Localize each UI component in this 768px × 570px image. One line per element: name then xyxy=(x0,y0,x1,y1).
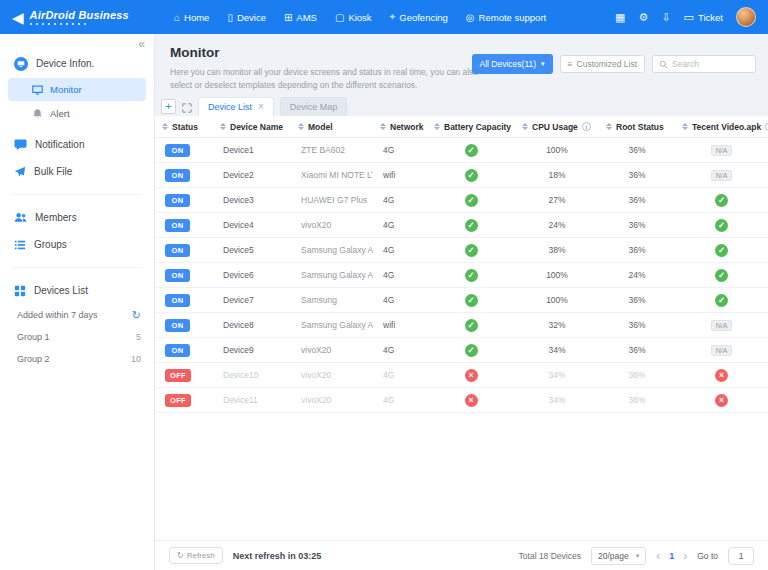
column-header-model[interactable]: Model xyxy=(291,122,373,132)
sort-icon[interactable] xyxy=(220,123,226,130)
battery-cell: ✓ xyxy=(427,169,515,182)
sort-icon[interactable] xyxy=(606,123,612,130)
device-name: Device9 xyxy=(213,345,291,355)
app-window: ◀ AirDroid Business ⌂Home ▯Device ⊞AMS ▢… xyxy=(0,0,768,570)
device-model: vivoX20 xyxy=(291,220,373,230)
all-devices-dropdown[interactable]: All Devices(11) ▾ xyxy=(472,54,553,74)
refresh-groups-icon[interactable]: ↻ xyxy=(132,309,141,322)
info-icon[interactable]: i xyxy=(582,122,591,131)
column-header-battery[interactable]: Battery Capacity xyxy=(427,122,515,132)
table-row[interactable]: ON Device7 Samsung 4G ✓ 100% 36% ✓ xyxy=(155,288,768,313)
column-header-status[interactable]: Status xyxy=(155,122,213,132)
sidebar-item-alert[interactable]: Alert xyxy=(8,102,146,125)
sidebar-item-members[interactable]: Members xyxy=(0,204,154,231)
sidebar-item-group-2[interactable]: Group 2 10 xyxy=(0,348,154,370)
collapse-sidebar-button[interactable]: « xyxy=(138,37,145,51)
sort-icon[interactable] xyxy=(162,123,168,130)
status-badge: OFF xyxy=(165,394,191,407)
next-refresh-countdown: Next refresh in 03:25 xyxy=(233,551,322,561)
sort-icon[interactable] xyxy=(380,123,386,130)
sidebar-item-bulk-file[interactable]: Bulk File xyxy=(0,158,154,185)
table-row[interactable]: ON Device5 Samsung Galaxy A8 4G ✓ 38% 36… xyxy=(155,238,768,263)
column-header-cpu[interactable]: CPU Usagei xyxy=(515,122,599,132)
sort-icon[interactable] xyxy=(522,123,528,130)
tab-device-map[interactable]: Device Map xyxy=(280,97,348,116)
nav-device[interactable]: ▯Device xyxy=(227,12,266,23)
sort-icon[interactable] xyxy=(434,123,440,130)
apk-cell: ✓ xyxy=(675,219,768,232)
sidebar-item-device-infon[interactable]: Device Infon. xyxy=(0,50,154,77)
grid-icon xyxy=(14,285,26,297)
table-row[interactable]: OFF Device10 vivoX20 4G × 34% 36% × xyxy=(155,363,768,388)
prev-page-button[interactable]: ‹ xyxy=(656,550,660,562)
nav-remote-support[interactable]: ◎Remote support xyxy=(466,12,546,23)
page-size-select[interactable]: 20/page ▾ xyxy=(591,547,646,565)
cpu-value: 100% xyxy=(515,145,599,155)
device-model: vivoX20 xyxy=(291,370,373,380)
check-icon: ✓ xyxy=(715,219,728,232)
cross-icon: × xyxy=(465,394,478,407)
sidebar-item-monitor[interactable]: Monitor xyxy=(8,78,146,101)
ticket-button[interactable]: ▭Ticket xyxy=(684,11,723,24)
tab-device-list[interactable]: Device List × xyxy=(198,97,274,116)
nav-home[interactable]: ⌂Home xyxy=(174,12,209,23)
expand-fullscreen-icon[interactable] xyxy=(182,103,192,113)
column-header-apk[interactable]: Tecent Video.apki xyxy=(675,122,768,132)
column-header-network[interactable]: Network xyxy=(373,122,427,132)
device-network: 4G xyxy=(373,395,427,405)
sort-icon[interactable] xyxy=(298,123,304,130)
sidebar-item-groups[interactable]: Groups xyxy=(0,231,154,258)
device-network: 4G xyxy=(373,245,427,255)
table-row[interactable]: ON Device8 Samsung Galaxy A8 wifi ✓ 32% … xyxy=(155,313,768,338)
current-page-button[interactable]: 1 xyxy=(669,551,674,561)
table-row[interactable]: ON Device3 HUAWEI G7 Plus 4G ✓ 27% 36% ✓ xyxy=(155,188,768,213)
nav-geofencing[interactable]: ⌖Geofencing xyxy=(390,11,448,23)
sidebar-item-group-1[interactable]: Group 1 5 xyxy=(0,326,154,348)
user-avatar[interactable] xyxy=(736,7,756,27)
close-tab-icon[interactable]: × xyxy=(258,102,264,112)
table-row[interactable]: ON Device1 ZTE BA602 4G ✓ 100% 36% N/A xyxy=(155,138,768,163)
nav-kiosk[interactable]: ▢Kiosk xyxy=(335,12,372,23)
table-row[interactable]: ON Device4 vivoX20 4G ✓ 24% 36% ✓ xyxy=(155,213,768,238)
search-input[interactable] xyxy=(672,59,749,69)
device-model: HUAWEI G7 Plus xyxy=(291,195,373,205)
apk-cell: N/A xyxy=(675,320,768,331)
go-to-page-input[interactable] xyxy=(728,547,754,565)
refresh-button[interactable]: ↻ Refresh xyxy=(169,547,223,564)
sidebar-item-notification[interactable]: Notification xyxy=(0,131,154,158)
download-icon[interactable]: ⇩ xyxy=(661,11,670,24)
column-header-root[interactable]: Root Status xyxy=(599,122,675,132)
table-footer: ↻ Refresh Next refresh in 03:25 Total 18… xyxy=(155,540,768,570)
brand-name: AirDroid Business xyxy=(30,9,129,21)
sort-icon[interactable] xyxy=(682,123,688,130)
sidebar-item-added-within-7-days[interactable]: Added within 7 days ↻ xyxy=(0,304,154,326)
status-badge: ON xyxy=(165,169,190,182)
table-row[interactable]: ON Device9 vivoX20 4G ✓ 34% 36% N/A xyxy=(155,338,768,363)
root-value: 24% xyxy=(599,270,675,280)
root-value: 36% xyxy=(599,195,675,205)
table-body: ON Device1 ZTE BA602 4G ✓ 100% 36% N/A O… xyxy=(155,138,768,413)
next-page-button[interactable]: › xyxy=(683,550,687,562)
settings-gear-icon[interactable]: ⚙ xyxy=(639,11,649,24)
check-icon: ✓ xyxy=(465,194,478,207)
apk-cell: N/A xyxy=(675,345,768,356)
paper-plane-icon xyxy=(14,166,26,178)
sidebar-item-devices-list[interactable]: Devices List xyxy=(0,277,154,304)
na-badge: N/A xyxy=(711,145,733,156)
device-name: Device6 xyxy=(213,270,291,280)
add-tab-button[interactable]: + xyxy=(161,99,176,114)
qr-code-icon[interactable]: ▦ xyxy=(615,11,625,24)
table-row[interactable]: ON Device6 Samsung Galaxy A9 4G ✓ 100% 2… xyxy=(155,263,768,288)
brand-logo[interactable]: ◀ AirDroid Business xyxy=(12,9,160,25)
column-header-device_name[interactable]: Device Name xyxy=(213,122,291,132)
table-row[interactable]: ON Device2 Xiaomi MI NOTE LTE wifi ✓ 18%… xyxy=(155,163,768,188)
status-badge: ON xyxy=(165,144,190,157)
table-row[interactable]: OFF Device11 vivoX20 4G × 34% 36% × xyxy=(155,388,768,413)
sidebar: « Device Infon. Monitor Alert xyxy=(0,34,155,570)
nav-ams[interactable]: ⊞AMS xyxy=(284,12,317,23)
device-name: Device4 xyxy=(213,220,291,230)
root-value: 36% xyxy=(599,245,675,255)
customized-list-button[interactable]: ≡ Customized List xyxy=(560,55,645,73)
device-network: 4G xyxy=(373,195,427,205)
battery-cell: ✓ xyxy=(427,344,515,357)
